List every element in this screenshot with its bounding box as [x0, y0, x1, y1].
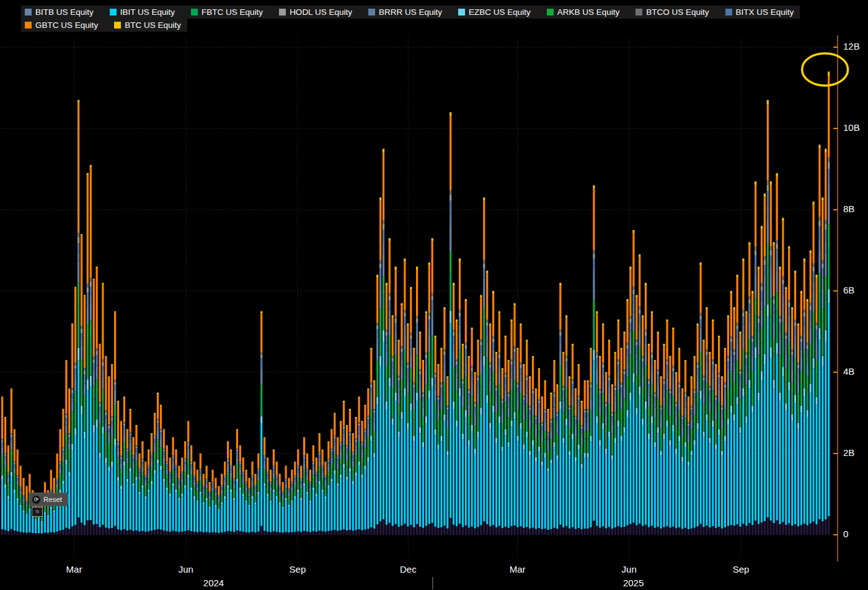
- legend-label: IBIT US Equity: [120, 7, 175, 17]
- legend-label: BITX US Equity: [736, 7, 794, 17]
- legend-item-gbtc[interactable]: GBTC US Equity: [25, 20, 98, 30]
- legend-item-fbtc[interactable]: FBTC US Equity: [191, 7, 263, 17]
- y-axis-label: 6B: [843, 285, 854, 295]
- legend-swatch-icon: [25, 22, 32, 29]
- x-axis-month-label: Jun: [622, 564, 637, 574]
- x-axis-month-label: Sep: [290, 564, 306, 574]
- legend-swatch-icon: [458, 9, 465, 16]
- legend-swatch-icon: [547, 9, 554, 16]
- legend-label: FBTC US Equity: [202, 7, 263, 17]
- legend-item-brrr[interactable]: BRRR US Equity: [368, 7, 442, 17]
- legend-swatch-icon: [191, 9, 198, 16]
- legend-label: BITB US Equity: [35, 7, 94, 17]
- x-axis-month-label: Sep: [733, 564, 750, 574]
- legend-item-bitx[interactable]: BITX US Equity: [725, 7, 794, 17]
- x-axis-month-label: Mar: [510, 564, 526, 574]
- legend-swatch-icon: [636, 9, 642, 16]
- legend-label: GBTC US Equity: [35, 20, 98, 30]
- legend-row-2: GBTC US EquityBTC US Equity: [21, 19, 187, 32]
- legend-swatch-icon: [25, 9, 32, 16]
- reset-label: Reset: [43, 496, 62, 503]
- legend-swatch-icon: [110, 9, 117, 16]
- legend-item-arkb[interactable]: ARKB US Equity: [547, 7, 620, 17]
- y-axis-label: 8B: [843, 203, 854, 214]
- chart-tool-icon[interactable]: ⧉: [32, 507, 43, 517]
- legend-item-btc[interactable]: BTC US Equity: [114, 20, 181, 30]
- y-axis-label: 2B: [843, 447, 854, 458]
- y-axis-label: 0: [843, 529, 848, 539]
- x-axis-month-label: Mar: [66, 564, 82, 574]
- legend-swatch-icon: [725, 9, 732, 16]
- legend-label: BTC US Equity: [125, 20, 181, 30]
- legend-label: ARKB US Equity: [557, 7, 620, 17]
- x-axis-year-label: 2024: [203, 578, 224, 588]
- y-axis-label: 10B: [843, 122, 860, 133]
- legend-item-ibit[interactable]: IBIT US Equity: [110, 7, 175, 17]
- legend-swatch-icon: [368, 9, 375, 16]
- legend-swatch-icon: [279, 9, 286, 16]
- legend-label: EZBC US Equity: [469, 7, 531, 17]
- x-axis-month-label: Jun: [179, 564, 193, 574]
- reset-icon: ⟳: [32, 496, 40, 504]
- legend-item-hodl[interactable]: HODL US Equity: [279, 7, 352, 17]
- bloomberg-volume-chart-window: 02B4B6B8B10B12BMarJunSepDecMarJunSep2024…: [0, 0, 868, 590]
- legend: BITB US EquityIBIT US EquityFBTC US Equi…: [21, 6, 800, 32]
- legend-label: HODL US Equity: [290, 7, 352, 17]
- legend-label: BTCO US Equity: [646, 7, 709, 17]
- legend-item-ezbc[interactable]: EZBC US Equity: [458, 7, 531, 17]
- legend-label: BRRR US Equity: [379, 7, 442, 17]
- reset-button[interactable]: ⟳ Reset: [29, 493, 68, 506]
- stacked-volume-chart: 02B4B6B8B10B12BMarJunSepDecMarJunSep2024…: [0, 0, 868, 590]
- legend-item-btco[interactable]: BTCO US Equity: [636, 7, 709, 17]
- legend-row-1: BITB US EquityIBIT US EquityFBTC US Equi…: [21, 6, 800, 19]
- legend-swatch-icon: [114, 22, 121, 29]
- x-axis-month-label: Dec: [400, 564, 417, 574]
- x-axis-year-label: 2025: [623, 578, 644, 588]
- y-axis-label: 12B: [843, 41, 860, 51]
- plot-area[interactable]: [0, 34, 836, 558]
- legend-item-bitb[interactable]: BITB US Equity: [25, 7, 94, 17]
- y-axis-label: 4B: [843, 366, 854, 377]
